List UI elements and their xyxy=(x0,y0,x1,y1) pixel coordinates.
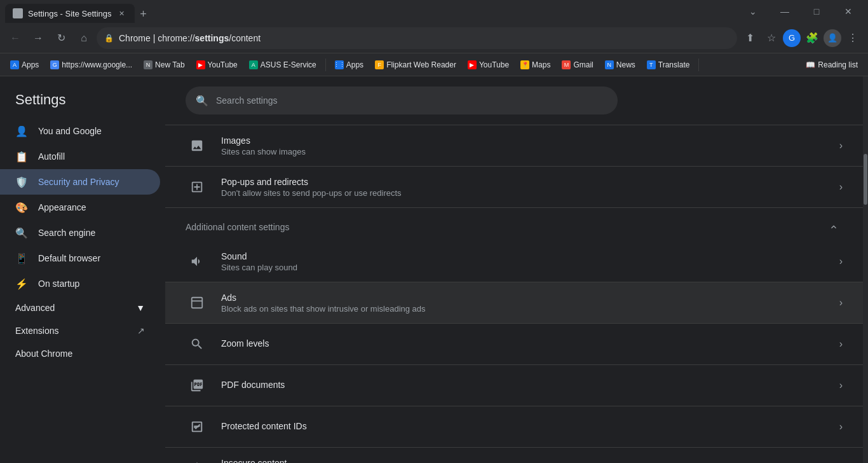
tab-close-button[interactable]: ✕ xyxy=(117,8,127,18)
insecure-text: Insecure content Insecure content is blo… xyxy=(221,458,827,464)
startup-icon: ⚡ xyxy=(15,277,28,290)
protected-arrow: › xyxy=(839,421,843,432)
search-input[interactable] xyxy=(216,95,607,106)
sidebar-item-autofill[interactable]: 📋 Autofill xyxy=(0,144,160,169)
address-chrome: Chrome xyxy=(119,33,151,43)
home-button[interactable]: ⌂ xyxy=(74,28,94,48)
sidebar-item-about[interactable]: About Chrome xyxy=(0,342,160,365)
sidebar-advanced[interactable]: Advanced ▼ xyxy=(0,296,160,319)
maximize-button[interactable]: □ xyxy=(802,0,831,23)
settings-item-ads[interactable]: Ads Block ads on sites that show intrusi… xyxy=(165,282,863,324)
sidebar-item-extensions[interactable]: Extensions ↗ xyxy=(0,319,160,342)
paint-icon: 🎨 xyxy=(15,201,28,214)
bookmark-flipkart[interactable]: F Flipkart Web Reader xyxy=(370,58,461,72)
bookmark-news[interactable]: N News xyxy=(600,58,641,72)
youtube2-favicon: ▶ xyxy=(468,60,477,69)
collapse-button[interactable] xyxy=(825,218,843,236)
back-button[interactable]: ← xyxy=(5,28,25,48)
extensions-icon[interactable]: 🧩 xyxy=(802,28,822,48)
popups-title: Pop-ups and redirects xyxy=(221,177,827,187)
bookmark-gmail[interactable]: M Gmail xyxy=(557,58,598,72)
content-area: 🔍 Images Sites can show images › xyxy=(165,76,863,463)
search-bar[interactable]: 🔍 xyxy=(186,86,618,114)
title-bar: Settings - Site Settings ✕ + ⌄ — □ ✕ xyxy=(0,0,868,23)
address-bar[interactable]: 🔒 Chrome | chrome://settings/content xyxy=(97,27,737,49)
apps-favicon: A xyxy=(10,60,19,69)
reload-button[interactable]: ↻ xyxy=(51,28,71,48)
minimize-button[interactable]: — xyxy=(770,0,799,23)
bookmark-youtube2[interactable]: ▶ YouTube xyxy=(463,58,514,72)
profile-icon[interactable]: G xyxy=(783,29,801,47)
address-path: /content xyxy=(229,33,261,43)
bookmark-star-icon[interactable]: ☆ xyxy=(761,28,782,48)
sidebar-item-search[interactable]: 🔍 Search engine xyxy=(0,220,160,245)
sidebar-label-search: Search engine xyxy=(38,228,95,238)
bookmark-google[interactable]: G https://www.google... xyxy=(45,58,137,72)
external-link-icon: ↗ xyxy=(137,326,145,336)
sidebar-item-on-startup[interactable]: ⚡ On startup xyxy=(0,271,160,296)
menu-icon[interactable]: ⋮ xyxy=(843,28,863,48)
asus-favicon: A xyxy=(249,60,258,69)
popups-desc: Don't allow sites to send pop-ups or use… xyxy=(221,188,827,198)
bookmark-apps2[interactable]: ⋮⋮ Apps xyxy=(330,58,369,72)
bookmark-translate[interactable]: T Translate xyxy=(642,58,695,72)
forward-button[interactable]: → xyxy=(28,28,48,48)
new-tab-button[interactable]: + xyxy=(135,5,153,23)
sidebar-item-default-browser[interactable]: 📱 Default browser xyxy=(0,245,160,271)
images-title: Images xyxy=(221,135,827,146)
sound-arrow: › xyxy=(839,256,843,267)
scrollbar-track[interactable] xyxy=(863,76,868,463)
youtube1-favicon: ▶ xyxy=(196,60,205,69)
autofill-icon: 📋 xyxy=(15,150,28,163)
chevron-down-icon[interactable]: ⌄ xyxy=(738,0,768,23)
settings-item-images[interactable]: Images Sites can show images › xyxy=(165,125,863,167)
sidebar-label-appearance: Appearance xyxy=(38,202,86,212)
active-tab[interactable]: Settings - Site Settings ✕ xyxy=(5,4,135,23)
settings-item-sound[interactable]: Sound Sites can play sound › xyxy=(165,241,863,282)
settings-item-zoom[interactable]: Zoom levels › xyxy=(165,324,863,365)
protected-text: Protected content IDs xyxy=(221,421,827,432)
omnibar: ← → ↻ ⌂ 🔒 Chrome | chrome://settings/con… xyxy=(0,23,868,53)
bookmark-new-tab[interactable]: N New Tab xyxy=(139,58,189,72)
protected-icon xyxy=(186,415,208,438)
sidebar-item-you-google[interactable]: 👤 You and Google xyxy=(0,118,160,144)
settings-item-pdf[interactable]: PDF documents › xyxy=(165,365,863,406)
sidebar-label-autofill: Autofill xyxy=(38,151,65,162)
insecure-title: Insecure content xyxy=(221,458,827,464)
newtab-favicon: N xyxy=(144,60,153,69)
ads-icon xyxy=(186,291,208,314)
sidebar-item-appearance[interactable]: 🎨 Appearance xyxy=(0,195,160,220)
sidebar-item-security[interactable]: 🛡️ Security and Privacy xyxy=(0,169,160,195)
bookmark-apps[interactable]: A Apps xyxy=(5,58,44,72)
settings-item-insecure[interactable]: Insecure content Insecure content is blo… xyxy=(165,448,863,463)
pdf-arrow: › xyxy=(839,380,843,391)
search-icon: 🔍 xyxy=(15,226,28,239)
bookmark-asus[interactable]: A ASUS E-Service xyxy=(244,58,322,72)
settings-item-protected[interactable]: Protected content IDs › xyxy=(165,406,863,448)
settings-list: Images Sites can show images › Pop-ups a… xyxy=(165,125,863,463)
window-controls: ⌄ — □ ✕ xyxy=(738,0,863,23)
bookmark-maps[interactable]: 📍 Maps xyxy=(515,58,555,72)
images-desc: Sites can show images xyxy=(221,147,827,156)
sidebar-label-you-google: You and Google xyxy=(38,126,102,136)
close-button[interactable]: ✕ xyxy=(834,0,863,23)
share-icon[interactable]: ⬆ xyxy=(740,28,760,48)
ads-desc: Block ads on sites that show intrusive o… xyxy=(221,304,827,314)
address-settings: settings xyxy=(195,33,229,43)
bookmark-youtube1[interactable]: ▶ YouTube xyxy=(191,58,243,72)
sidebar-label-default: Default browser xyxy=(38,253,100,263)
popups-arrow: › xyxy=(839,181,843,193)
address-text: Chrome | chrome://settings/content xyxy=(119,33,261,43)
settings-item-popups[interactable]: Pop-ups and redirects Don't allow sites … xyxy=(165,167,863,208)
pdf-icon xyxy=(186,374,208,397)
tab-strip: Settings - Site Settings ✕ + xyxy=(5,0,738,23)
sidebar-label-startup: On startup xyxy=(38,279,79,289)
zoom-arrow: › xyxy=(839,338,843,350)
svg-rect-1 xyxy=(192,298,203,308)
sound-icon xyxy=(186,250,208,273)
account-icon[interactable]: 👤 xyxy=(824,29,841,47)
bookmarks-bar: A Apps G https://www.google... N New Tab… xyxy=(0,53,868,76)
ads-text: Ads Block ads on sites that show intrusi… xyxy=(221,293,827,314)
reading-list-button[interactable]: 📖 Reading list xyxy=(801,58,863,72)
scrollbar-thumb[interactable] xyxy=(864,154,867,205)
